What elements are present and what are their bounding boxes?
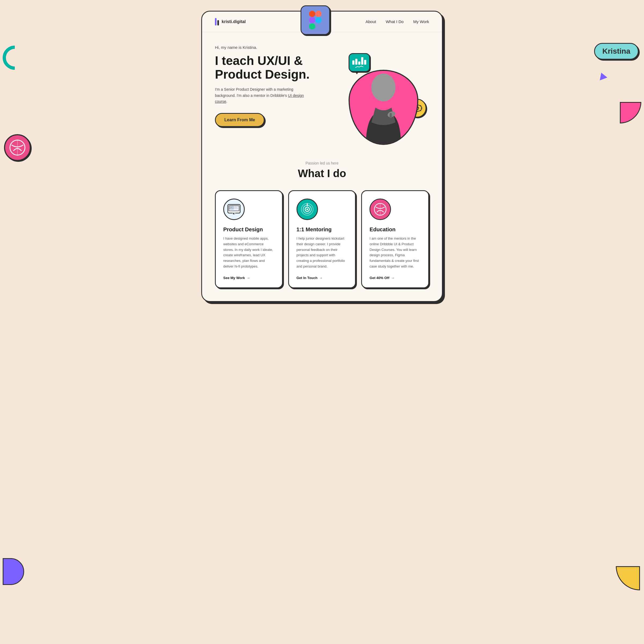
bar-2 [355,59,357,65]
hero-left: Hi, my name is Kristina. I teach UX/UI &… [215,45,338,145]
mentoring-link[interactable]: Get In Touch → [297,276,348,280]
person-svg [350,70,417,144]
what-title: What I do [215,167,429,180]
dribbble-deco-left [4,134,31,161]
teal-arc-deco [3,46,27,70]
mentoring-desc: I help junior designers kickstart their … [297,236,348,269]
purple-shape-deco [3,558,24,585]
logo-bar-1 [215,18,217,25]
dribbble-edu-icon [371,200,390,219]
kristina-badge: Kristina [594,43,639,60]
service-card-education: Education I am one of the mentors in the… [361,190,429,288]
product-design-desc: I have designed mobile apps, websites an… [223,236,275,269]
chart-bars [352,57,366,65]
hero-section: Hi, my name is Kristina. I teach UX/UI &… [202,32,442,145]
learn-from-me-button[interactable]: Learn From Me [215,113,265,127]
figma-icon-deco [301,5,330,35]
svg-rect-3 [309,23,315,30]
person-photo-blob [349,70,418,145]
education-desc: I am one of the mentors in the online Dr… [369,236,421,269]
chart-line [355,66,363,68]
ui-course-link[interactable]: UI design course [215,93,304,104]
nav-item-whatido[interactable]: What I Do [386,19,404,24]
service-card-mentoring: 1:1 Mentoring I help junior designers ki… [288,190,356,288]
svg-point-18 [371,74,396,101]
education-icon [369,199,391,220]
what-subtitle: Passion led us here [215,161,429,165]
svg-rect-0 [309,11,315,17]
svg-rect-20 [390,113,392,118]
education-link[interactable]: Get 40% Off → [369,276,421,280]
pink-arc-deco [620,102,641,123]
bar-1 [352,60,354,65]
bar-5 [364,60,366,65]
product-design-title: Product Design [223,226,275,233]
nav-item-about[interactable]: About [365,19,376,24]
bar-4 [361,57,363,65]
svg-point-36 [306,208,308,210]
nav-item-mywork[interactable]: My Work [413,19,429,24]
product-design-icon [223,199,245,220]
hero-right [338,45,429,145]
svg-rect-2 [309,17,315,23]
mentoring-icon [297,199,318,220]
nav-links: About What I Do My Work [365,19,429,24]
education-title: Education [369,226,421,233]
hero-description: I'm a Senior Product Designer with a mar… [215,86,306,104]
main-card: kristi.digital About What I Do My Work H… [201,11,443,302]
bar-3 [358,61,360,65]
logo-area: kristi.digital [215,18,246,25]
service-card-product: Product Design I have designed mobile ap… [215,190,283,288]
yellow-arc-deco [616,566,640,590]
svg-point-32 [234,213,236,214]
services-grid: Product Design I have designed mobile ap… [202,190,442,301]
logo-icon [215,18,219,25]
what-section: Passion led us here What I do [202,145,442,180]
logo-text: kristi.digital [222,19,246,24]
svg-rect-1 [315,11,321,17]
chart-bubble-deco [349,53,370,72]
mentoring-title: 1:1 Mentoring [297,226,348,233]
svg-point-4 [315,17,321,23]
arrow-deco [598,71,608,81]
logo-bar-2 [217,20,219,25]
hero-title: I teach UX/UI & Product Design. [215,54,332,81]
product-design-link[interactable]: See My Work → [223,276,275,280]
hero-greeting: Hi, my name is Kristina. [215,45,332,50]
svg-point-26 [230,206,231,207]
